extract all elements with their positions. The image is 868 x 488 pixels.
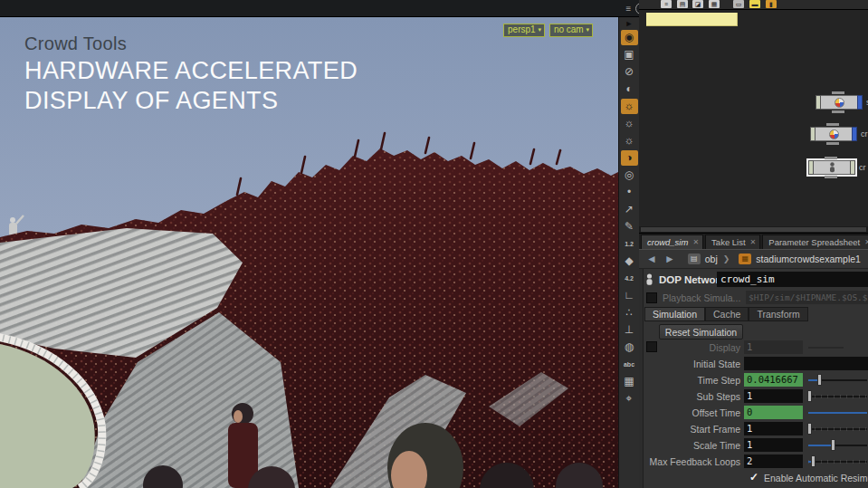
param-value-field[interactable]: 1 xyxy=(744,422,803,435)
param-slider[interactable] xyxy=(808,389,867,403)
tree-view-icon[interactable]: ≡ xyxy=(623,3,634,14)
icon-view-icon[interactable]: ◪ xyxy=(692,0,703,8)
param-label: Start Frame xyxy=(646,424,740,435)
slider-handle[interactable] xyxy=(817,374,822,386)
slider-handle[interactable] xyxy=(807,390,812,402)
viewport-3d[interactable]: Crowd Tools HARDWARE ACCELERATED DISPLAY… xyxy=(0,17,618,488)
pane-tab-take-list[interactable]: Take List✕ xyxy=(705,234,760,249)
network-node[interactable]: cr xyxy=(810,127,857,141)
light-icon[interactable]: ☼ xyxy=(621,116,638,131)
point-dot-icon[interactable]: • xyxy=(621,185,638,200)
note-icon[interactable]: ▬ xyxy=(749,0,760,8)
pane-expand-arrow[interactable]: ► xyxy=(621,19,638,28)
param-slider[interactable] xyxy=(808,373,867,387)
param-slider[interactable] xyxy=(808,455,867,468)
hide-selection-icon[interactable]: ⊘ xyxy=(621,64,638,80)
param-value-field[interactable]: 0 xyxy=(744,406,803,419)
param-row-max-feedback-loops: Max Feedback Loops2 xyxy=(639,454,868,470)
node-body[interactable] xyxy=(816,127,852,141)
slider-handle[interactable] xyxy=(831,439,835,451)
back-arrow[interactable]: ◄ xyxy=(646,253,657,265)
node-display-flag[interactable] xyxy=(857,95,863,110)
grid-view-icon[interactable]: ▦ xyxy=(709,0,720,8)
param-value-field[interactable]: 1 xyxy=(744,438,803,452)
node-input-connector[interactable] xyxy=(832,91,844,94)
tab-simulation[interactable]: Simulation xyxy=(644,307,705,321)
material-sphere-icon[interactable]: ◑ xyxy=(621,150,638,166)
param-slider[interactable] xyxy=(808,406,867,419)
enable-resim-row[interactable]: ✓ Enable Automatic Resimulation xyxy=(639,470,868,485)
camera-menu-persp[interactable]: persp1 ▾ xyxy=(503,24,545,37)
camera-menu-nocam[interactable]: no cam ▾ xyxy=(549,24,593,37)
param-label: Scale Time xyxy=(646,440,740,451)
close-icon[interactable]: ✕ xyxy=(750,238,757,246)
param-slider[interactable] xyxy=(808,340,867,354)
shade-sphere-icon[interactable]: ◐ xyxy=(621,81,638,97)
param-slider[interactable] xyxy=(808,438,867,452)
agent-node-icon xyxy=(828,162,836,173)
abc-text-icon[interactable]: abc xyxy=(621,357,638,372)
view-eye-icon[interactable]: ◉ xyxy=(621,30,638,45)
point-trail-icon[interactable]: ∴ xyxy=(621,305,638,321)
tab-cache[interactable]: Cache xyxy=(705,307,749,321)
node-output-connector[interactable] xyxy=(825,176,837,178)
slide-title-line2: DISPLAY OF AGENTS xyxy=(24,86,358,116)
checkmark-icon[interactable]: ✓ xyxy=(749,471,758,483)
prim-numbers-icon[interactable]: 4.2 xyxy=(621,271,638,286)
tab-transform[interactable]: Transform xyxy=(749,307,807,321)
node-input-connector[interactable] xyxy=(826,123,839,126)
param-value-field[interactable] xyxy=(744,357,868,370)
param-value-field[interactable]: 2 xyxy=(744,455,803,468)
param-value-field[interactable]: 1 xyxy=(744,389,803,403)
network-hscrollbar[interactable] xyxy=(639,226,868,233)
param-label: Initial State xyxy=(646,359,740,369)
point-marker-icon[interactable]: ◆ xyxy=(621,254,638,269)
pen-icon[interactable]: ✎ xyxy=(621,219,638,234)
node-output-connector[interactable] xyxy=(832,110,844,113)
node-name-field[interactable]: crowd_sim xyxy=(717,272,868,287)
sticky-note[interactable] xyxy=(646,13,738,26)
slider-handle[interactable] xyxy=(811,455,816,467)
playback-path-field[interactable]: $HIP/sim/$HIPNAME.$OS.$SF.sim xyxy=(746,291,868,304)
close-icon[interactable]: ✕ xyxy=(692,238,699,246)
param-slider[interactable] xyxy=(808,422,867,435)
breadcrumb-root[interactable]: obj xyxy=(705,254,718,264)
network-node[interactable]: cr xyxy=(808,160,855,175)
detail-view-icon[interactable]: ▤ xyxy=(677,0,688,8)
network-editor[interactable]: scrcr xyxy=(639,9,868,234)
node-body[interactable] xyxy=(814,160,850,175)
node-flag-right[interactable] xyxy=(850,160,855,175)
node-output-connector[interactable] xyxy=(826,142,839,145)
pane-tab-parameter-spreadsheet[interactable]: Parameter Spreadsheet✕ xyxy=(762,234,868,249)
node-body[interactable] xyxy=(821,95,857,110)
forward-arrow[interactable]: ► xyxy=(664,253,675,265)
pane-tab-crowd-sim[interactable]: crowd_sim✕ xyxy=(641,234,703,249)
param-value-field[interactable]: 0.0416667 xyxy=(744,373,803,387)
normals-icon[interactable]: ⊥ xyxy=(621,322,638,338)
viewport-toolbar: ►◉▣⊘◐☼☼☼◑◎•↗✎1.2◆4.2∟∴⊥◍abc▦⌖ xyxy=(618,17,639,488)
list-view-icon[interactable]: ≡ xyxy=(661,0,672,8)
breadcrumb-current[interactable]: stadiumcrowdsexample1 xyxy=(756,254,861,264)
corner-icon[interactable]: ∟ xyxy=(621,288,638,303)
headlight-icon[interactable]: ☼ xyxy=(621,99,638,114)
node-input-connector[interactable] xyxy=(825,157,837,159)
node-shape-icon[interactable]: ▭ xyxy=(733,0,744,8)
reset-simulation-button[interactable]: Reset Simulation xyxy=(659,324,743,340)
disc-icon[interactable]: ◍ xyxy=(621,340,638,355)
trash-icon[interactable]: ▮ xyxy=(766,0,777,8)
point-numbers-icon[interactable]: 1.2 xyxy=(621,236,638,252)
light-cycle-icon[interactable]: ☼ xyxy=(621,133,638,148)
slider-handle[interactable] xyxy=(807,423,812,435)
location-pin-icon[interactable]: ⌖ xyxy=(621,391,638,407)
playback-checkbox[interactable] xyxy=(646,292,657,303)
vector-icon[interactable]: ↗ xyxy=(621,202,638,217)
node-display-flag[interactable] xyxy=(852,127,857,141)
image-icon[interactable]: ▦ xyxy=(621,374,638,389)
param-label: Offset Time xyxy=(646,407,740,418)
network-node[interactable]: s xyxy=(816,95,863,110)
visibility-eye-icon[interactable]: ◎ xyxy=(621,167,638,183)
param-value-field[interactable]: 1 xyxy=(744,340,803,354)
close-icon[interactable]: ✕ xyxy=(864,238,868,246)
lock-icon[interactable]: ▣ xyxy=(621,47,638,62)
playback-row: Playback Simula... $HIP/sim/$HIPNAME.$OS… xyxy=(646,291,868,305)
